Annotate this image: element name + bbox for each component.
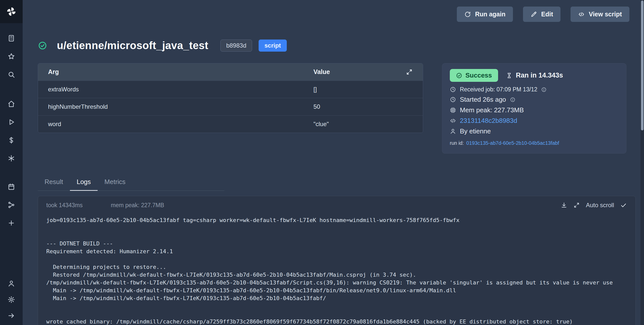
main-content: Run again Edit View script u/etienne/mic…	[23, 0, 644, 325]
arg-value-cell: "clue"	[303, 115, 423, 133]
args-table-body: extraWords[]highNumberThreshold50word"cl…	[38, 81, 423, 133]
arg-name-cell: highNumberThreshold	[38, 98, 303, 115]
arg-row: extraWords[]	[38, 81, 423, 98]
by-user-text: By etienne	[460, 127, 491, 135]
clock-icon	[450, 96, 456, 103]
tab-metrics[interactable]: Metrics	[98, 174, 132, 191]
toolbar: Run again Edit View script	[38, 0, 636, 22]
status-badge: Success	[450, 69, 498, 82]
log-output: job=0193c135-ab7d-60e5-2b10-04b5ac13fabf…	[38, 210, 635, 325]
script-type-badge[interactable]: script	[259, 40, 287, 52]
scrollbar-thumb[interactable]	[641, 1, 643, 130]
arg-value-cell: 50	[303, 98, 423, 115]
sidebar-star-icon[interactable]	[8, 53, 15, 60]
log-panel-header: took 14343ms mem peak: 227.7MB Auto scro…	[38, 196, 635, 210]
duration-text: Ran in 14.343s	[506, 71, 563, 79]
arg-row: highNumberThreshold50	[38, 98, 423, 115]
edit-label: Edit	[541, 11, 553, 18]
tab-result[interactable]: Result	[38, 174, 70, 191]
sidebar	[0, 0, 23, 325]
script-hash-link[interactable]: 23131148c2b8983d	[460, 117, 517, 125]
args-table: Arg Value extraWords[]highNumberThreshol…	[38, 63, 423, 133]
run-id-label: run id:	[450, 140, 464, 146]
sidebar-plus-icon[interactable]	[8, 219, 15, 227]
code-icon	[578, 11, 585, 18]
sidebar-graph-icon[interactable]	[8, 201, 15, 209]
page-scrollbar[interactable]	[640, 0, 644, 325]
hash-badge: b8983d	[220, 40, 252, 52]
view-script-label: View script	[589, 11, 622, 18]
sidebar-group-bottom	[0, 280, 23, 319]
success-check-icon	[38, 41, 47, 50]
sidebar-group-lower	[0, 183, 23, 227]
expand-logs-icon[interactable]	[573, 202, 580, 208]
user-icon	[450, 128, 456, 134]
run-id-link[interactable]: 0193c135-ab7d-60e5-2b10-04b5ac13fabf	[466, 140, 559, 146]
content-grid: Arg Value extraWords[]highNumberThreshol…	[38, 63, 636, 154]
auto-scroll-label[interactable]: Auto scroll	[586, 202, 614, 209]
log-mem-peak-text: mem peak: 227.7MB	[111, 202, 164, 209]
sidebar-group-top	[0, 34, 23, 78]
windmill-logo[interactable]	[0, 0, 23, 23]
download-logs-icon[interactable]	[561, 202, 567, 208]
arg-name-cell: extraWords	[38, 81, 303, 98]
sidebar-dollar-icon[interactable]	[8, 136, 15, 144]
sidebar-asterisk-icon[interactable]	[8, 155, 15, 162]
sidebar-search-icon[interactable]	[8, 71, 15, 78]
run-again-label: Run again	[475, 11, 505, 18]
auto-scroll-checkmark-icon[interactable]	[620, 202, 627, 209]
refresh-icon	[464, 11, 471, 18]
args-table-header-row: Arg Value	[38, 63, 423, 81]
tab-bar: ResultLogsMetrics	[38, 174, 224, 191]
memory-icon	[450, 107, 456, 113]
log-took-text: took 14343ms	[46, 202, 83, 209]
sidebar-arrow-right-icon[interactable]	[8, 312, 15, 319]
sidebar-calculator-icon[interactable]	[8, 34, 15, 42]
sidebar-play-icon[interactable]	[8, 118, 15, 126]
run-again-button[interactable]: Run again	[457, 7, 513, 22]
windmill-logo-icon	[6, 6, 17, 17]
info-icon[interactable]	[541, 87, 547, 92]
title-row: u/etienne/microsoft_java_test b8983d scr…	[38, 40, 636, 52]
received-job-text: Received job: 07:09 PM 13/12	[460, 86, 537, 93]
page-title: u/etienne/microsoft_java_test	[57, 40, 208, 52]
arg-name-cell: word	[38, 115, 303, 133]
clock-icon	[450, 86, 456, 93]
sidebar-gear-icon[interactable]	[8, 296, 15, 303]
log-panel: took 14343ms mem peak: 227.7MB Auto scro…	[38, 196, 636, 325]
expand-args-icon[interactable]	[406, 68, 413, 76]
mem-peak-text: Mem peak: 227.73MB	[460, 106, 524, 114]
edit-button[interactable]: Edit	[523, 7, 560, 22]
info-icon[interactable]	[510, 97, 515, 102]
sidebar-home-icon[interactable]	[8, 100, 15, 108]
status-check-icon	[456, 72, 462, 79]
sidebar-group-middle	[0, 100, 23, 162]
arg-value-cell: []	[303, 81, 423, 98]
sidebar-calendar-icon[interactable]	[8, 183, 15, 191]
hourglass-icon	[506, 72, 512, 79]
started-text: Started 26s ago	[460, 96, 506, 103]
code-icon	[450, 118, 456, 124]
tab-logs[interactable]: Logs	[70, 174, 98, 191]
job-info-card: Success Ran in 14.343s Received job: 07:…	[442, 63, 626, 154]
value-column-header: Value	[303, 63, 423, 81]
arg-column-header: Arg	[38, 63, 303, 81]
sidebar-user-icon[interactable]	[8, 280, 15, 287]
view-script-button[interactable]: View script	[571, 7, 629, 22]
arg-row: word"clue"	[38, 115, 423, 133]
pencil-icon	[531, 11, 537, 18]
